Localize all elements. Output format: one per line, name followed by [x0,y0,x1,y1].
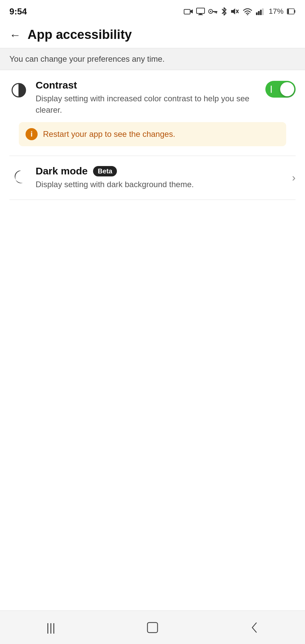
recent-apps-icon: ||| [46,621,55,634]
svg-rect-23 [147,623,158,633]
toggle-thumb [280,82,294,96]
toggle-line [271,86,272,93]
info-icon: i [26,128,38,140]
back-button[interactable]: ← [9,29,21,41]
dark-mode-title-row: Dark mode Beta [36,165,292,177]
beta-badge: Beta [93,166,117,176]
recent-apps-button[interactable]: ||| [37,618,64,638]
restart-text: Restart your app to see the changes. [43,129,175,139]
dark-mode-text: Dark mode Beta Display setting with dark… [36,165,292,190]
status-bar: 9:54 [0,0,305,21]
wifi-icon [243,8,253,15]
nav-bar: ||| [0,610,305,644]
vpn-key-icon [208,8,218,14]
dark-mode-description: Display setting with dark background the… [36,179,292,190]
svg-rect-0 [184,9,190,14]
svg-rect-20 [288,9,289,14]
back-nav-button[interactable] [241,618,268,638]
contrast-setting: Contrast Display setting with increased … [0,70,305,146]
contrast-left: Contrast Display setting with increased … [9,79,260,115]
home-icon [146,621,159,634]
content-area: Contrast Display setting with increased … [0,70,305,610]
svg-rect-19 [294,10,295,13]
dark-mode-left: Dark mode Beta Display setting with dark… [9,165,292,190]
contrast-toggle-container [265,81,296,98]
svg-marker-10 [231,8,235,14]
contrast-toggle[interactable] [265,81,296,98]
mute-icon [230,7,239,16]
svg-rect-14 [256,12,258,15]
bluetooth-icon [221,7,227,16]
app-bar: ← App accessibility [0,21,305,48]
camera-icon [183,8,193,15]
svg-rect-4 [198,14,203,15]
svg-rect-7 [213,11,217,12]
svg-rect-9 [215,12,216,13]
svg-rect-17 [262,8,264,15]
page-title: App accessibility [28,28,132,42]
restart-banner: i Restart your app to see the changes. [19,122,286,146]
info-banner-text: You can change your preferences any time… [9,54,165,63]
svg-rect-8 [216,12,217,13]
svg-rect-15 [258,11,260,15]
svg-rect-16 [260,10,262,15]
dark-mode-title: Dark mode [36,165,88,177]
screen-record-icon [196,8,205,15]
info-banner: You can change your preferences any time… [0,48,305,70]
svg-point-13 [247,14,248,15]
divider-2 [9,200,296,200]
contrast-description: Display setting with increased color con… [36,93,260,115]
battery-icon [287,8,296,15]
status-time: 9:54 [9,6,27,17]
back-nav-icon [250,622,259,634]
battery-text: 17% [269,7,284,16]
home-button[interactable] [139,618,166,638]
svg-rect-2 [197,8,205,13]
contrast-icon [9,81,28,100]
dark-mode-icon [9,167,28,185]
signal-icon [256,8,265,15]
chevron-right-icon: › [292,171,296,184]
svg-point-6 [210,11,211,12]
dark-mode-setting[interactable]: Dark mode Beta Display setting with dark… [0,156,305,200]
contrast-title: Contrast [36,79,260,91]
contrast-row: Contrast Display setting with increased … [9,79,296,115]
contrast-text: Contrast Display setting with increased … [36,79,260,115]
status-icons: 17% [183,7,296,16]
svg-rect-3 [199,13,202,14]
svg-marker-1 [190,9,193,13]
